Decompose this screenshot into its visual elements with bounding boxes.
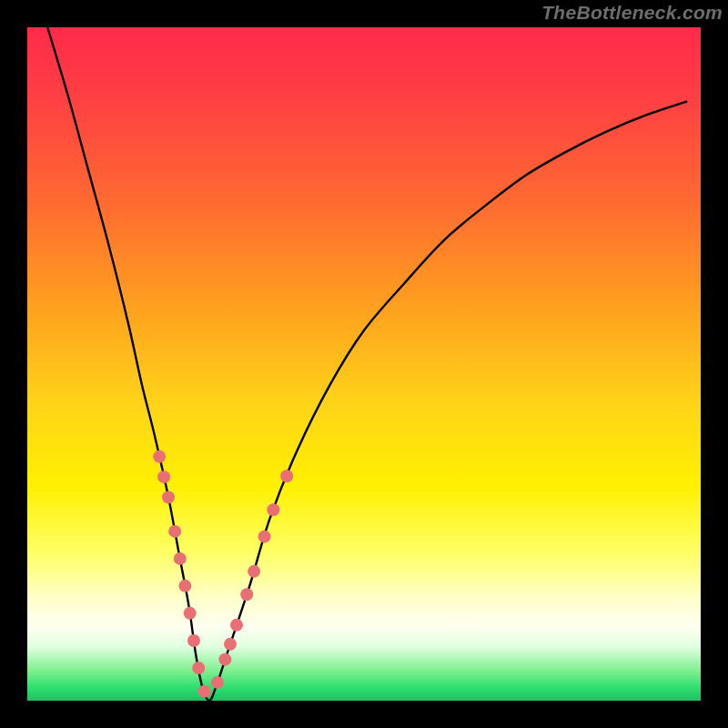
marker-dot: [248, 565, 260, 578]
marker-dot: [162, 490, 175, 503]
marker-dot: [187, 634, 200, 647]
marker-dot: [168, 525, 181, 538]
marker-dot: [157, 470, 170, 483]
marker-dot: [174, 552, 187, 565]
marker-dot: [224, 638, 237, 651]
marker-dot: [267, 503, 279, 516]
curve-layer: [0, 0, 728, 728]
marker-dot: [218, 653, 231, 666]
bottleneck-curve: [47, 27, 687, 701]
marker-dot: [198, 685, 211, 698]
marker-dot: [240, 588, 253, 601]
marker-dot: [258, 531, 271, 543]
marker-dot: [211, 676, 224, 689]
marker-dot: [230, 619, 243, 632]
marker-dot: [192, 662, 205, 674]
marker-dot: [153, 450, 166, 463]
marker-dot: [178, 580, 191, 592]
marker-dot: [280, 470, 293, 482]
marker-dot: [184, 607, 197, 620]
